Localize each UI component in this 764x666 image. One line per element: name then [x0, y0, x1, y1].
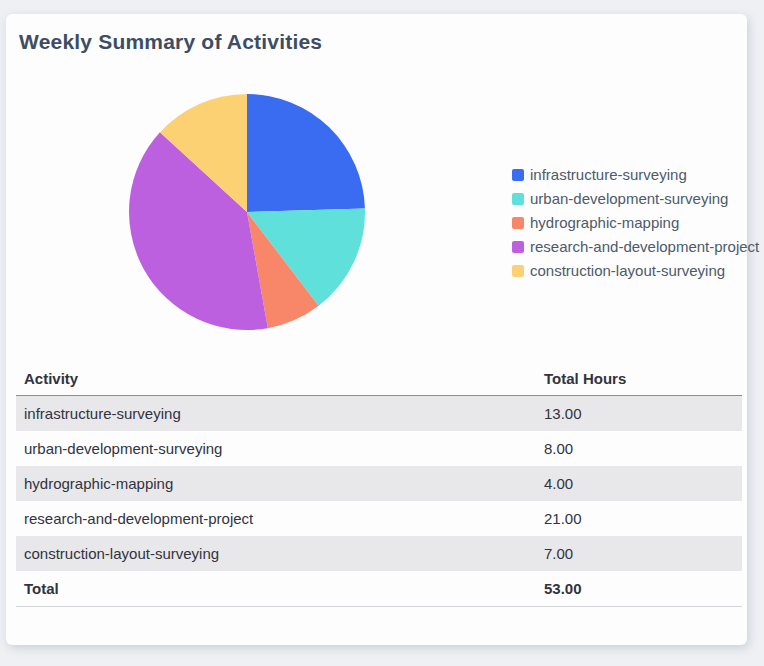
activity-table: Activity Total Hours infrastructure-surv… — [16, 363, 742, 607]
pie-slice-infrastructure-surveying[interactable] — [247, 94, 365, 212]
column-header-activity: Activity — [16, 363, 536, 396]
legend-swatch-icon — [512, 169, 524, 181]
column-header-total-hours: Total Hours — [536, 363, 742, 396]
cell-activity: research-and-development-project — [16, 501, 536, 536]
table-row: research-and-development-project21.00 — [16, 501, 742, 536]
page: Weekly Summary of Activities infrastruct… — [0, 0, 764, 666]
table-row: construction-layout-surveying7.00 — [16, 536, 742, 571]
cell-total-hours: 21.00 — [536, 501, 742, 536]
legend-item-research-and-development-project[interactable]: research-and-development-project — [512, 239, 759, 254]
cell-total-hours: 4.00 — [536, 466, 742, 501]
legend-item-construction-layout-surveying[interactable]: construction-layout-surveying — [512, 263, 759, 278]
legend-label: construction-layout-surveying — [530, 263, 725, 278]
total-label: Total — [16, 571, 536, 607]
cell-activity: construction-layout-surveying — [16, 536, 536, 571]
cell-total-hours: 8.00 — [536, 431, 742, 466]
legend-item-urban-development-surveying[interactable]: urban-development-surveying — [512, 191, 759, 206]
legend-item-infrastructure-surveying[interactable]: infrastructure-surveying — [512, 167, 759, 182]
cell-total-hours: 7.00 — [536, 536, 742, 571]
table-row: urban-development-surveying8.00 — [16, 431, 742, 466]
legend-label: urban-development-surveying — [530, 191, 728, 206]
page-title: Weekly Summary of Activities — [19, 30, 322, 54]
summary-card: Weekly Summary of Activities infrastruct… — [6, 14, 747, 645]
legend-label: research-and-development-project — [530, 239, 759, 254]
legend-swatch-icon — [512, 193, 524, 205]
cell-activity: infrastructure-surveying — [16, 396, 536, 432]
legend-swatch-icon — [512, 217, 524, 229]
legend-swatch-icon — [512, 241, 524, 253]
table-body: infrastructure-surveying13.00urban-devel… — [16, 396, 742, 572]
legend-item-hydrographic-mapping[interactable]: hydrographic-mapping — [512, 215, 759, 230]
legend-label: hydrographic-mapping — [530, 215, 679, 230]
chart-legend: infrastructure-surveyingurban-developmen… — [512, 167, 759, 278]
table-total-row: Total 53.00 — [16, 571, 742, 607]
table-row: hydrographic-mapping4.00 — [16, 466, 742, 501]
cell-activity: hydrographic-mapping — [16, 466, 536, 501]
cell-total-hours: 13.00 — [536, 396, 742, 432]
table-row: infrastructure-surveying13.00 — [16, 396, 742, 432]
pie-chart[interactable] — [127, 92, 367, 332]
total-value: 53.00 — [536, 571, 742, 607]
table-header-row: Activity Total Hours — [16, 363, 742, 396]
cell-activity: urban-development-surveying — [16, 431, 536, 466]
legend-swatch-icon — [512, 265, 524, 277]
legend-label: infrastructure-surveying — [530, 167, 687, 182]
